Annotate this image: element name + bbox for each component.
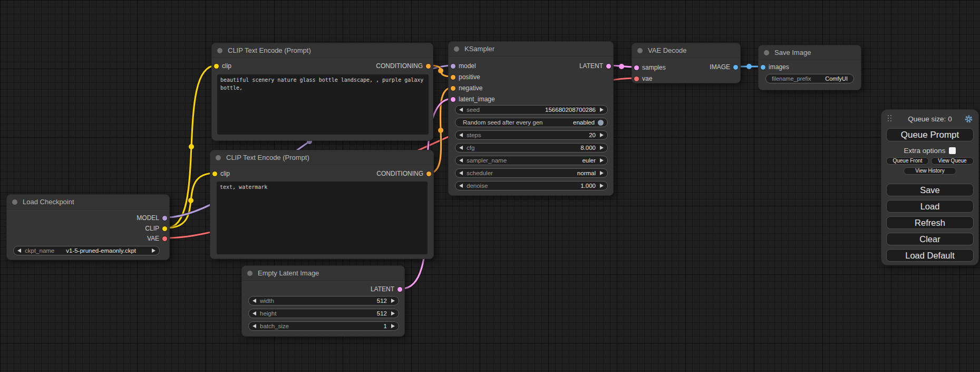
output-slot-vae[interactable]: VAE (147, 234, 169, 243)
drag-handle-icon[interactable] (888, 115, 892, 122)
latent-output-dot[interactable] (606, 64, 611, 69)
output-slot-latent[interactable]: LATENT (371, 284, 404, 294)
increment-arrow-icon[interactable] (600, 133, 604, 137)
filename-prefix-widget[interactable]: filename_prefix ComfyUI (765, 74, 854, 83)
view-history-button[interactable]: View History (904, 167, 956, 175)
prompt-text-area[interactable]: beautiful scenery nature glass bottle la… (217, 74, 429, 135)
node-header[interactable]: Save Image (759, 45, 861, 60)
increment-arrow-icon[interactable] (600, 184, 604, 188)
link-midpoint-dot[interactable] (438, 128, 443, 133)
input-slot-clip[interactable]: clip (210, 169, 230, 178)
node-header[interactable]: KSampler (449, 42, 613, 56)
node-graph-canvas[interactable]: Load Checkpoint MODEL CLIP VAE ckpt_name… (0, 0, 980, 372)
increment-arrow-icon[interactable] (600, 108, 604, 112)
collapse-dot-icon[interactable] (217, 48, 222, 53)
node-ksampler[interactable]: KSampler model positive negative latent_… (448, 41, 614, 196)
latent-output-dot[interactable] (397, 287, 402, 292)
output-slot-latent[interactable]: LATENT (579, 61, 613, 71)
conditioning-output-dot[interactable] (426, 64, 431, 69)
decrement-arrow-icon[interactable] (459, 146, 463, 150)
increment-arrow-icon[interactable] (600, 146, 604, 150)
load-button[interactable]: Load (886, 200, 974, 213)
view-queue-button[interactable]: View Queue (931, 157, 974, 165)
input-slot-images[interactable]: images (759, 62, 789, 72)
input-slot-samples[interactable]: samples (632, 63, 666, 72)
link-midpoint-dot[interactable] (189, 144, 194, 149)
vae-output-dot[interactable] (162, 236, 167, 241)
output-slot-model[interactable]: MODEL (137, 213, 169, 223)
input-slot-latent-image[interactable]: latent_image (449, 94, 495, 104)
model-output-dot[interactable] (162, 216, 167, 221)
steps-widget[interactable]: steps 20 (455, 130, 608, 140)
node-header[interactable]: Empty Latent Image (242, 266, 404, 281)
increment-arrow-icon[interactable] (600, 158, 604, 163)
decrement-arrow-icon[interactable] (253, 324, 256, 328)
save-button[interactable]: Save (886, 184, 974, 196)
image-input-dot[interactable] (761, 65, 765, 70)
batch-size-widget[interactable]: batch_size 1 (248, 321, 399, 331)
decrement-arrow-icon[interactable] (459, 108, 463, 112)
conditioning-input-dot[interactable] (451, 75, 455, 80)
clip-output-dot[interactable] (162, 226, 167, 231)
node-header[interactable]: VAE Decode (632, 43, 740, 58)
cfg-widget[interactable]: cfg 8.000 (455, 143, 608, 152)
increment-arrow-icon[interactable] (391, 299, 395, 303)
collapse-dot-icon[interactable] (637, 48, 643, 53)
node-save-image[interactable]: Save Image images filename_prefix ComfyU… (758, 45, 861, 90)
increment-arrow-icon[interactable] (391, 324, 395, 328)
node-header[interactable]: Load Checkpoint (7, 195, 169, 209)
input-slot-clip[interactable]: clip (212, 61, 231, 71)
prompt-text-area[interactable]: text, watermark (217, 182, 428, 254)
collapse-dot-icon[interactable] (12, 199, 17, 205)
clip-input-dot[interactable] (212, 171, 217, 176)
decrement-arrow-icon[interactable] (17, 249, 21, 253)
seed-widget[interactable]: seed 156680208700286 (455, 105, 608, 115)
increment-arrow-icon[interactable] (391, 311, 395, 316)
input-slot-model[interactable]: model (449, 61, 476, 71)
conditioning-input-dot[interactable] (451, 86, 455, 91)
decrement-arrow-icon[interactable] (253, 299, 256, 303)
decrement-arrow-icon[interactable] (459, 171, 463, 175)
queue-prompt-button[interactable]: Queue Prompt (886, 128, 974, 141)
increment-arrow-icon[interactable] (152, 249, 156, 253)
ckpt-name-widget[interactable]: ckpt_name v1-5-pruned-emaonly.ckpt (13, 246, 160, 255)
node-header[interactable]: CLIP Text Encode (Prompt) (210, 150, 433, 165)
node-load-checkpoint[interactable]: Load Checkpoint MODEL CLIP VAE ckpt_name… (6, 194, 170, 260)
load-default-button[interactable]: Load Default (886, 249, 974, 262)
node-clip-text-encode-positive[interactable]: CLIP Text Encode (Prompt) clip CONDITION… (211, 43, 433, 141)
latent-input-dot[interactable] (634, 65, 639, 70)
node-empty-latent-image[interactable]: Empty Latent Image LATENT width 512 heig… (241, 265, 405, 337)
input-slot-positive[interactable]: positive (449, 72, 480, 82)
input-slot-vae[interactable]: vae (632, 74, 652, 83)
height-widget[interactable]: height 512 (248, 309, 399, 318)
queue-front-button[interactable]: Queue Front (886, 157, 929, 165)
node-header[interactable]: CLIP Text Encode (Prompt) (212, 43, 433, 58)
decrement-arrow-icon[interactable] (253, 311, 256, 316)
output-slot-image[interactable]: IMAGE (710, 62, 740, 72)
clip-input-dot[interactable] (214, 64, 219, 69)
width-widget[interactable]: width 512 (248, 296, 399, 306)
node-vae-decode[interactable]: VAE Decode samples vae IMAGE (632, 43, 741, 83)
collapse-dot-icon[interactable] (764, 50, 769, 55)
latent-input-dot[interactable] (451, 97, 455, 102)
link-midpoint-dot[interactable] (619, 64, 624, 69)
model-input-dot[interactable] (451, 64, 455, 69)
node-clip-text-encode-negative[interactable]: CLIP Text Encode (Prompt) clip CONDITION… (210, 150, 434, 259)
collapse-dot-icon[interactable] (247, 271, 253, 276)
queue-menu-panel[interactable]: Queue size: 0 Queue Prompt Extra options… (881, 109, 979, 265)
output-slot-conditioning[interactable]: CONDITIONING (376, 169, 433, 178)
collapse-dot-icon[interactable] (454, 46, 459, 52)
input-slot-negative[interactable]: negative (449, 83, 482, 93)
denoise-widget[interactable]: denoise 1.000 (455, 181, 608, 190)
sampler-name-widget[interactable]: sampler_name euler (455, 156, 608, 165)
output-slot-conditioning[interactable]: CONDITIONING (376, 61, 433, 71)
random-seed-widget[interactable]: Random seed after every gen enabled (455, 118, 608, 127)
link-midpoint-dot[interactable] (438, 68, 443, 73)
output-slot-clip[interactable]: CLIP (145, 224, 169, 233)
toggle-dot-icon[interactable] (598, 120, 604, 126)
decrement-arrow-icon[interactable] (459, 133, 463, 137)
clear-button[interactable]: Clear (886, 233, 974, 245)
image-output-dot[interactable] (733, 65, 738, 70)
increment-arrow-icon[interactable] (600, 171, 604, 175)
scheduler-widget[interactable]: scheduler normal (455, 168, 608, 178)
